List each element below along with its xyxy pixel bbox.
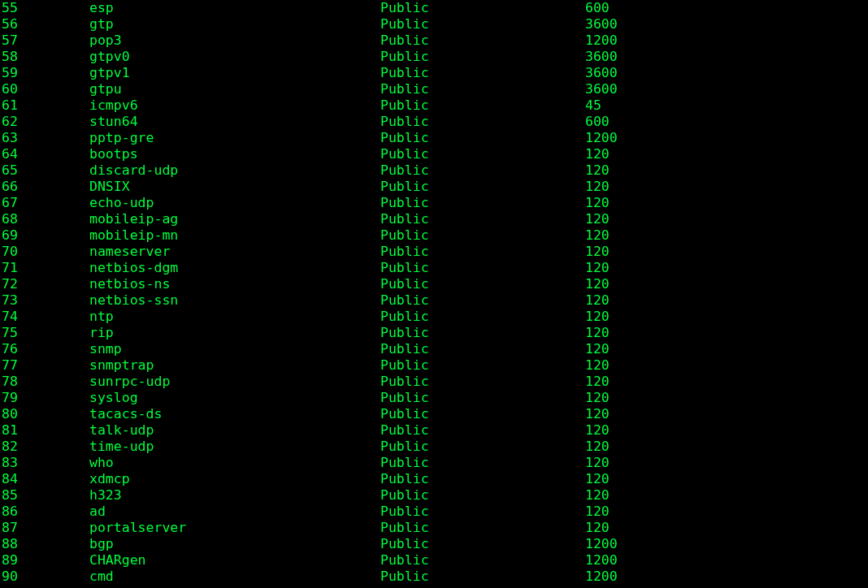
scope: Public xyxy=(380,81,585,97)
scope: Public xyxy=(380,162,585,179)
row-number: 67 xyxy=(2,195,89,211)
service-name: snmptrap xyxy=(89,357,380,374)
timeout-value: 120 xyxy=(585,195,610,211)
scope: Public xyxy=(380,49,585,65)
table-row: 71netbios-dgmPublic120 xyxy=(2,260,868,276)
service-name: netbios-ssn xyxy=(89,292,380,309)
service-name: echo-udp xyxy=(89,195,380,211)
timeout-value: 120 xyxy=(585,487,610,504)
row-number: 61 xyxy=(2,97,89,114)
timeout-value: 600 xyxy=(585,0,610,16)
table-row: 79syslogPublic120 xyxy=(2,390,868,406)
scope: Public xyxy=(380,406,585,422)
scope: Public xyxy=(380,195,585,211)
service-name: mobileip-mn xyxy=(89,227,380,244)
service-name: discard-udp xyxy=(89,162,380,179)
row-number: 87 xyxy=(2,520,89,536)
table-row: 56gtpPublic3600 xyxy=(2,16,868,32)
service-name: time-udp xyxy=(89,439,380,455)
timeout-value: 120 xyxy=(585,244,610,260)
scope: Public xyxy=(380,390,585,406)
scope: Public xyxy=(380,520,585,536)
row-number: 58 xyxy=(2,49,89,65)
service-name: rip xyxy=(89,325,380,341)
service-name: stun64 xyxy=(89,114,380,130)
row-number: 66 xyxy=(2,179,89,195)
service-name: xdmcp xyxy=(89,471,380,487)
row-number: 79 xyxy=(2,390,89,406)
table-row: 66DNSIXPublic120 xyxy=(2,179,868,195)
table-row: 84xdmcpPublic120 xyxy=(2,471,868,487)
service-name: gtpu xyxy=(89,81,380,97)
scope: Public xyxy=(380,114,585,130)
table-row: 89CHARgenPublic1200 xyxy=(2,552,868,569)
row-number: 82 xyxy=(2,439,89,455)
timeout-value: 1200 xyxy=(585,130,618,146)
timeout-value: 120 xyxy=(585,211,610,227)
table-row: 58gtpv0Public3600 xyxy=(2,49,868,65)
table-row: 70nameserverPublic120 xyxy=(2,244,868,260)
table-row: 86adPublic120 xyxy=(2,504,868,520)
scope: Public xyxy=(380,569,585,585)
timeout-value: 45 xyxy=(585,97,601,114)
row-number: 74 xyxy=(2,309,89,325)
table-row: 77snmptrapPublic120 xyxy=(2,357,868,374)
timeout-value: 120 xyxy=(585,455,610,471)
table-row: 78sunrpc-udpPublic120 xyxy=(2,374,868,390)
service-name: pptp-gre xyxy=(89,130,380,146)
service-name: ad xyxy=(89,504,380,520)
row-number: 71 xyxy=(2,260,89,276)
timeout-value: 120 xyxy=(585,325,610,341)
row-number: 63 xyxy=(2,130,89,146)
timeout-value: 3600 xyxy=(585,65,618,81)
scope: Public xyxy=(380,487,585,504)
row-number: 80 xyxy=(2,406,89,422)
service-name: nameserver xyxy=(89,244,380,260)
timeout-value: 3600 xyxy=(585,16,618,32)
timeout-value: 120 xyxy=(585,276,610,292)
service-name: portalserver xyxy=(89,520,380,536)
scope: Public xyxy=(380,455,585,471)
scope: Public xyxy=(380,260,585,276)
service-name: bootps xyxy=(89,146,380,162)
row-number: 56 xyxy=(2,16,89,32)
service-name: netbios-dgm xyxy=(89,260,380,276)
row-number: 68 xyxy=(2,211,89,227)
timeout-value: 120 xyxy=(585,471,610,487)
table-row: 65discard-udpPublic120 xyxy=(2,162,868,179)
scope: Public xyxy=(380,325,585,341)
table-row: 59gtpv1Public3600 xyxy=(2,65,868,81)
scope: Public xyxy=(380,146,585,162)
service-name: cmd xyxy=(89,569,380,585)
service-name: tacacs-ds xyxy=(89,406,380,422)
service-name: esp xyxy=(89,0,380,16)
row-number: 55 xyxy=(2,0,89,16)
service-name: sunrpc-udp xyxy=(89,374,380,390)
row-number: 70 xyxy=(2,244,89,260)
table-row: 60gtpuPublic3600 xyxy=(2,81,868,97)
scope: Public xyxy=(380,97,585,114)
table-row: 73netbios-ssnPublic120 xyxy=(2,292,868,309)
row-number: 76 xyxy=(2,341,89,357)
timeout-value: 120 xyxy=(585,341,610,357)
timeout-value: 120 xyxy=(585,227,610,244)
service-name: h323 xyxy=(89,487,380,504)
table-row: 72netbios-nsPublic120 xyxy=(2,276,868,292)
timeout-value: 3600 xyxy=(585,49,618,65)
timeout-value: 120 xyxy=(585,292,610,309)
timeout-value: 3600 xyxy=(585,81,618,97)
timeout-value: 1200 xyxy=(585,32,618,49)
service-name: gtpv0 xyxy=(89,49,380,65)
scope: Public xyxy=(380,504,585,520)
service-name: snmp xyxy=(89,341,380,357)
row-number: 75 xyxy=(2,325,89,341)
row-number: 73 xyxy=(2,292,89,309)
timeout-value: 1200 xyxy=(585,552,618,569)
scope: Public xyxy=(380,471,585,487)
table-row: 76snmpPublic120 xyxy=(2,341,868,357)
timeout-value: 120 xyxy=(585,439,610,455)
scope: Public xyxy=(380,65,585,81)
table-row: 68mobileip-agPublic120 xyxy=(2,211,868,227)
scope: Public xyxy=(380,422,585,439)
service-name: netbios-ns xyxy=(89,276,380,292)
